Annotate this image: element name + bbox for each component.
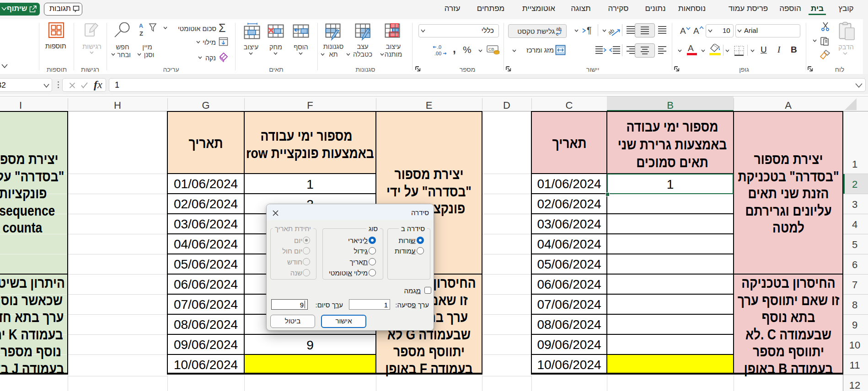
svg-text:Z: Z xyxy=(139,30,143,37)
svg-text:.00: .00 xyxy=(434,51,441,56)
svg-text:ab: ab xyxy=(608,27,616,36)
svg-text:CB: CB xyxy=(488,47,494,52)
svg-text:A: A xyxy=(139,22,144,29)
svg-text:.0: .0 xyxy=(437,44,441,50)
